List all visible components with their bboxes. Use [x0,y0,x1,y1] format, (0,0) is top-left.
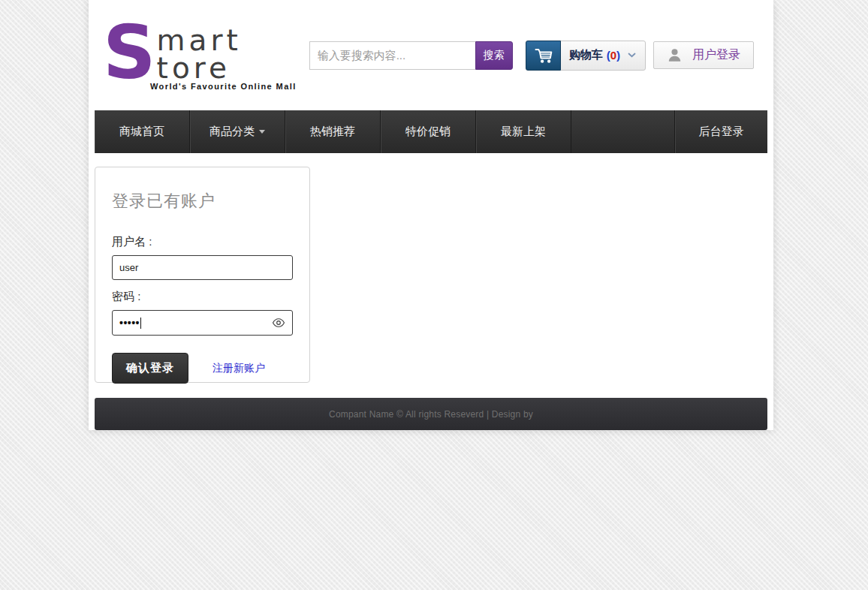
page-background: { "header": { "logo": { "initial": "S", … [0,0,868,590]
password-label: 密码 : [112,290,293,304]
nav-item-home-label: 商城首页 [119,125,164,139]
nav-item-new-arrivals-label: 最新上架 [501,125,546,139]
nav-item-categories[interactable]: 商品分类 [190,110,285,153]
cart-count-close-paren: ) [616,49,620,62]
search-button[interactable]: 搜索 [475,41,513,70]
nav-item-new-arrivals[interactable]: 最新上架 [476,110,571,153]
password-masked-value: ••••• [119,317,140,329]
header: S mart tore World's Favourite Online Mal… [89,0,773,110]
footer-text: Compant Name © All rights Reseverd | Des… [329,409,533,420]
login-form-title: 登录已有账户 [112,190,293,212]
cart-icon [533,47,553,65]
confirm-login-button[interactable]: 确认登录 [112,353,188,384]
nav-item-hot-sales-label: 热销推荐 [310,125,355,139]
nav-item-special-offers[interactable]: 特价促销 [381,110,476,153]
cart-count: (0) [607,49,620,62]
nav-item-home[interactable]: 商城首页 [95,110,190,153]
user-login-label: 用户登录 [692,47,740,63]
nav-item-admin-login[interactable]: 后台登录 [674,110,767,153]
username-input[interactable] [112,255,293,280]
logo-word-top: mart [157,26,242,54]
main-nav: 商城首页 商品分类 热销推荐 特价促销 最新上架 后台登录 [95,110,767,153]
cart-button[interactable] [526,41,561,71]
main-content: 登录已有账户 用户名 : 密码 : ••••• 确认登录 注册新账户 [89,153,773,398]
caret-down-icon [259,130,265,134]
search-input[interactable] [309,41,475,70]
text-caret [140,318,141,329]
logo-initial: S [103,20,156,85]
nav-item-categories-label: 商品分类 [209,125,255,139]
logo-tagline: World's Favourite Online Mall [150,82,297,91]
form-actions: 确认登录 注册新账户 [112,353,293,384]
logo-word-bottom: tore [157,54,242,82]
logo[interactable]: S mart tore World's Favourite Online Mal… [103,20,297,91]
chevron-down-icon [628,53,636,58]
register-link[interactable]: 注册新账户 [212,362,265,375]
search-bar: 搜索 [309,41,513,70]
nav-item-special-offers-label: 特价促销 [405,125,451,139]
login-form: 登录已有账户 用户名 : 密码 : ••••• 确认登录 注册新账户 [95,167,310,383]
footer: Compant Name © All rights Reseverd | Des… [95,398,767,430]
content-wrapper: S mart tore World's Favourite Online Mal… [89,0,773,430]
nav-item-admin-login-label: 后台登录 [699,125,744,139]
user-icon [667,47,683,63]
user-login-button[interactable]: 用户登录 [653,41,754,69]
eye-icon[interactable] [272,318,285,328]
cart-label: 购物车 [569,48,603,62]
cart-dropdown-button[interactable]: 购物车 (0) [526,41,646,71]
password-input[interactable]: ••••• [112,310,293,336]
cart-count-number: 0 [610,49,616,62]
nav-item-hot-sales[interactable]: 热销推荐 [285,110,381,153]
username-label: 用户名 : [112,235,293,249]
